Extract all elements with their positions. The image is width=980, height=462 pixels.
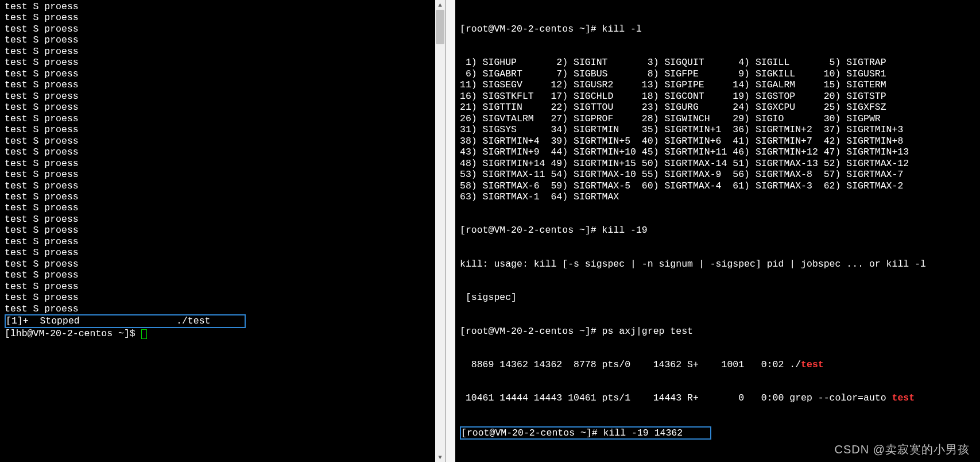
signal-row: 26) SIGVTALRM 27) SIGPROF 28) SIGWINCH 2… bbox=[460, 113, 975, 124]
output-line: test S proess bbox=[5, 46, 440, 57]
output-line: test S proess bbox=[5, 1, 440, 12]
left-terminal-content: test S proesstest S proesstest S proesst… bbox=[0, 0, 445, 340]
output-line: test S proess bbox=[5, 158, 440, 169]
output-line: test S proess bbox=[5, 169, 440, 180]
output-line: test S proess bbox=[5, 236, 440, 247]
split-container: test S proesstest S proesstest S proesst… bbox=[0, 0, 980, 462]
watermark-text: CSDN @卖寂寞的小男孩 bbox=[834, 442, 970, 457]
scroll-up-arrow[interactable]: ▲ bbox=[435, 0, 445, 10]
output-line: test S proess bbox=[5, 303, 440, 314]
output-line: test S proess bbox=[5, 270, 440, 280]
output-line: test S proess bbox=[5, 91, 440, 102]
kill-usage: [sigspec] bbox=[460, 292, 975, 303]
output-line: test S proess bbox=[5, 113, 440, 124]
signal-row: 43) SIGRTMIN+9 44) SIGRTMIN+10 45) SIGRT… bbox=[460, 147, 975, 157]
output-line: test S proess bbox=[5, 57, 440, 68]
prompt-line: [root@VM-20-2-centos ~]# kill -19 bbox=[460, 225, 975, 236]
signal-row: 53) SIGRTMAX-11 54) SIGRTMAX-10 55) SIGR… bbox=[460, 169, 975, 180]
output-line: test S proess bbox=[5, 136, 440, 147]
output-line: test S proess bbox=[5, 259, 440, 270]
output-line: test S proess bbox=[5, 214, 440, 225]
left-terminal-pane[interactable]: test S proesstest S proesstest S proesst… bbox=[0, 0, 446, 462]
signal-list: 1) SIGHUP 2) SIGINT 3) SIGQUIT 4) SIGILL… bbox=[460, 57, 975, 202]
grep-match: test bbox=[801, 359, 824, 370]
signal-row: 31) SIGSYS 34) SIGRTMIN 35) SIGRTMIN+1 3… bbox=[460, 124, 975, 135]
signal-row: 48) SIGRTMIN+14 49) SIGRTMIN+15 50) SIGR… bbox=[460, 158, 975, 169]
signal-row: 63) SIGRTMAX-1 64) SIGRTMAX bbox=[460, 191, 975, 202]
ps-row: 10461 14444 14443 10461 pts/1 14443 R+ 0… bbox=[460, 392, 975, 403]
output-line: test S proess bbox=[5, 202, 440, 213]
output-line: test S proess bbox=[5, 24, 440, 34]
signal-row: 11) SIGSEGV 12) SIGUSR2 13) SIGPIPE 14) … bbox=[460, 79, 975, 90]
output-line: test S proess bbox=[5, 147, 440, 157]
signal-row: 16) SIGSTKFLT 17) SIGCHLD 18) SIGCONT 19… bbox=[460, 91, 975, 102]
signal-row: 1) SIGHUP 2) SIGINT 3) SIGQUIT 4) SIGILL… bbox=[460, 57, 975, 68]
pane-divider[interactable] bbox=[446, 0, 455, 462]
prompt-line: [lhb@VM-20-2-centos ~]$ bbox=[5, 328, 440, 339]
output-line: test S proess bbox=[5, 124, 440, 135]
grep-match: test bbox=[892, 392, 915, 403]
signal-row: 6) SIGABRT 7) SIGBUS 8) SIGFPE 9) SIGKIL… bbox=[460, 68, 975, 79]
output-line: test S proess bbox=[5, 180, 440, 191]
ps-row: 8869 14362 14362 8778 pts/0 14362 S+ 100… bbox=[460, 359, 975, 370]
left-scrollbar[interactable]: ▲ ▼ bbox=[435, 0, 445, 462]
kill-usage: kill: usage: kill [-s sigspec | -n signu… bbox=[460, 259, 975, 270]
cursor-icon bbox=[141, 329, 147, 339]
prompt-line: [root@VM-20-2-centos ~]# kill -19 14362 bbox=[461, 428, 683, 438]
output-line: test S proess bbox=[5, 225, 440, 236]
output-line: test S proess bbox=[5, 12, 440, 23]
prompt-line: [root@VM-20-2-centos ~]# ps axj|grep tes… bbox=[460, 326, 975, 337]
signal-row: 38) SIGRTMIN+4 39) SIGRTMIN+5 40) SIGRTM… bbox=[460, 136, 975, 147]
output-line: test S proess bbox=[5, 79, 440, 90]
output-line: test S proess bbox=[5, 292, 440, 303]
output-line: test S proess bbox=[5, 68, 440, 79]
output-line: test S proess bbox=[5, 34, 440, 45]
ps-text: 10461 14444 14443 10461 pts/1 14443 R+ 0… bbox=[460, 392, 892, 403]
output-line: test S proess bbox=[5, 281, 440, 292]
signal-row: 58) SIGRTMAX-6 59) SIGRTMAX-5 60) SIGRTM… bbox=[460, 180, 975, 191]
stopped-line: [1]+ Stopped ./test bbox=[5, 314, 440, 328]
output-line: test S proess bbox=[5, 247, 440, 258]
signal-row: 21) SIGTTIN 22) SIGTTOU 23) SIGURG 24) S… bbox=[460, 102, 975, 113]
ps-text: 8869 14362 14362 8778 pts/0 14362 S+ 100… bbox=[460, 359, 801, 370]
output-line: test S proess bbox=[5, 102, 440, 113]
output-line: test S proess bbox=[5, 191, 440, 202]
scroll-down-arrow[interactable]: ▼ bbox=[435, 452, 445, 462]
right-terminal-pane[interactable]: [root@VM-20-2-centos ~]# kill -l 1) SIGH… bbox=[455, 0, 980, 462]
highlighted-command: [root@VM-20-2-centos ~]# kill -19 14362 bbox=[460, 426, 975, 440]
right-terminal-content: [root@VM-20-2-centos ~]# kill -l 1) SIGH… bbox=[455, 0, 980, 462]
scrollbar-thumb[interactable] bbox=[436, 10, 444, 44]
prompt-line: [root@VM-20-2-centos ~]# kill -l bbox=[460, 24, 975, 34]
